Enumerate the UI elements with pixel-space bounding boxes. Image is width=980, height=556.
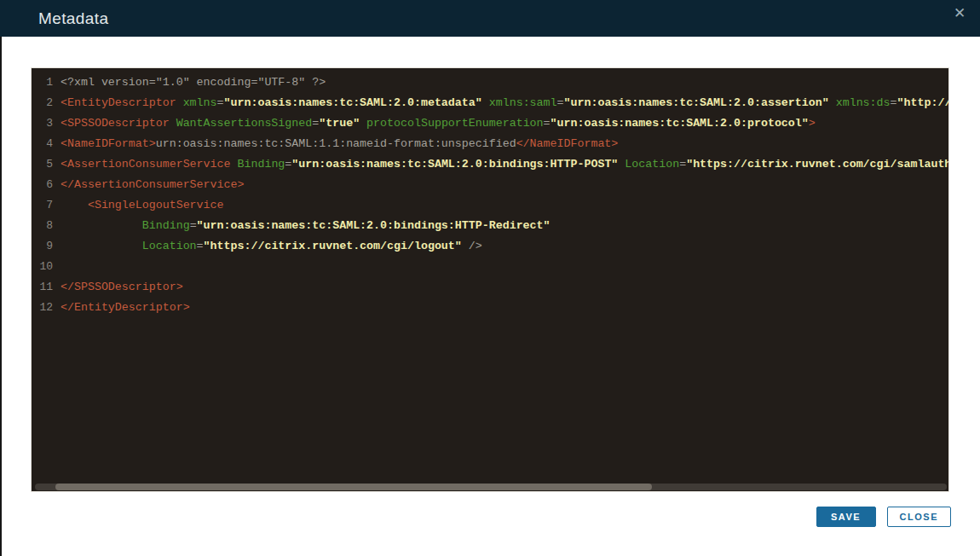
line-number: 11 [32, 277, 53, 298]
code-line: 12</EntityDescriptor> [32, 298, 948, 318]
line-number: 3 [32, 113, 53, 134]
code-line: 1<?xml version="1.0" encoding="UTF-8" ?> [32, 72, 948, 93]
line-content: <SingleLogoutService [61, 195, 224, 216]
horizontal-scrollbar[interactable] [32, 484, 948, 491]
line-content: <AssertionConsumerService Binding="urn:o… [61, 154, 949, 175]
save-button[interactable]: SAVE [816, 507, 876, 527]
line-number: 12 [32, 298, 53, 318]
dialog-header: Metadata ✕ [0, 0, 980, 37]
line-content: </EntityDescriptor> [61, 298, 190, 318]
line-number: 9 [32, 236, 53, 257]
code-line: 11</SPSSODescriptor> [32, 277, 948, 298]
line-content: Binding="urn:oasis:names:tc:SAML:2.0:bin… [61, 216, 551, 236]
line-content: </AssertionConsumerService> [61, 175, 244, 195]
page-left-border [0, 0, 2, 556]
code-line: 5<AssertionConsumerService Binding="urn:… [32, 154, 948, 175]
line-number: 10 [32, 257, 53, 277]
code-line: 7 <SingleLogoutService [32, 195, 948, 216]
scrollbar-thumb[interactable] [55, 484, 652, 490]
close-button[interactable]: CLOSE [887, 507, 951, 527]
close-icon[interactable]: ✕ [950, 4, 969, 23]
code-line: 2<EntityDescriptor xmlns="urn:oasis:name… [32, 93, 948, 113]
code-line: 9 Location="https://citrix.ruvnet.com/cg… [32, 236, 948, 257]
code-line: 6</AssertionConsumerService> [32, 175, 948, 195]
line-number: 7 [32, 195, 53, 216]
code-lines: 1<?xml version="1.0" encoding="UTF-8" ?>… [32, 72, 948, 318]
code-line: 10 [32, 257, 948, 277]
code-line: 4<NameIDFormat>urn:oasis:names:tc:SAML:1… [32, 134, 948, 154]
line-content: </SPSSODescriptor> [61, 277, 183, 298]
line-content: <EntityDescriptor xmlns="urn:oasis:names… [61, 93, 949, 113]
line-content: Location="https://citrix.ruvnet.com/cgi/… [61, 236, 482, 257]
line-number: 8 [32, 216, 53, 236]
dialog-footer: SAVE CLOSE [816, 507, 951, 527]
dialog-title: Metadata [38, 9, 108, 28]
line-content: <?xml version="1.0" encoding="UTF-8" ?> [61, 72, 326, 93]
line-number: 5 [32, 154, 53, 175]
line-number: 1 [32, 72, 53, 93]
code-line: 3<SPSSODescriptor WantAssertionsSigned="… [32, 113, 948, 134]
line-content: <SPSSODescriptor WantAssertionsSigned="t… [61, 113, 816, 134]
line-number: 4 [32, 134, 53, 154]
xml-code-editor[interactable]: 1<?xml version="1.0" encoding="UTF-8" ?>… [31, 67, 949, 492]
line-number: 6 [32, 175, 53, 195]
code-line: 8 Binding="urn:oasis:names:tc:SAML:2.0:b… [32, 216, 948, 236]
line-number: 2 [32, 93, 53, 113]
line-content: <NameIDFormat>urn:oasis:names:tc:SAML:1.… [61, 134, 618, 154]
